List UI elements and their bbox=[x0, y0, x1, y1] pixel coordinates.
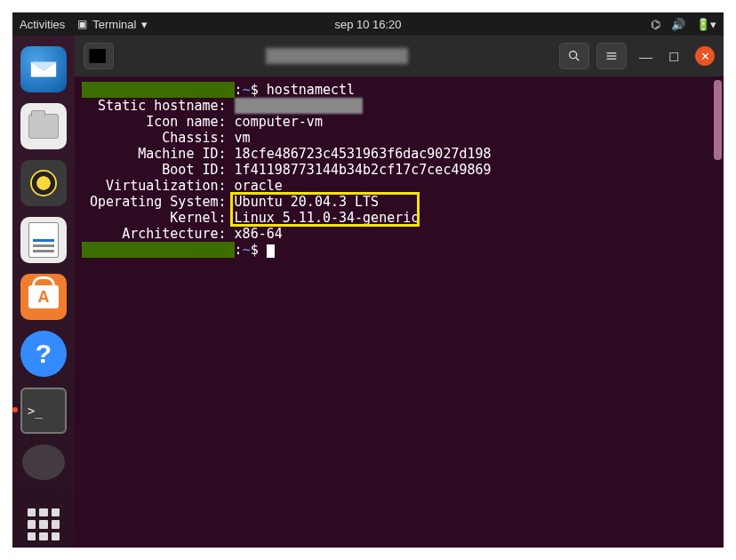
close-button[interactable]: ✕ bbox=[695, 46, 715, 66]
network-icon[interactable]: ⌬ bbox=[651, 18, 660, 31]
terminal-icon: ▣ bbox=[77, 18, 87, 30]
clock[interactable]: sep 10 16:20 bbox=[334, 18, 401, 31]
dock-help[interactable]: ? bbox=[20, 331, 67, 377]
battery-icon[interactable]: 🔋▾ bbox=[696, 18, 716, 31]
app-menu-label: Terminal bbox=[92, 18, 136, 31]
show-applications-button[interactable] bbox=[20, 501, 67, 548]
terminal-output[interactable]: xxxxxxxxxxxxxxxxxxx:~$ hostnamectl Stati… bbox=[75, 76, 724, 548]
dock-ubuntu-software[interactable] bbox=[20, 274, 67, 320]
minimize-button[interactable]: — bbox=[639, 49, 652, 64]
svg-rect-0 bbox=[89, 49, 106, 63]
terminal-headerbar: — ◻ ✕ bbox=[75, 36, 724, 76]
scrollbar[interactable] bbox=[714, 80, 722, 160]
dock-rhythmbox[interactable] bbox=[20, 160, 67, 206]
maximize-button[interactable]: ◻ bbox=[668, 48, 679, 64]
volume-icon[interactable]: 🔊 bbox=[671, 18, 685, 31]
hamburger-menu-button[interactable] bbox=[596, 43, 627, 69]
chevron-down-icon: ▾ bbox=[141, 18, 148, 31]
dock-thunderbird[interactable] bbox=[20, 46, 67, 92]
terminal-window: — ◻ ✕ xxxxxxxxxxxxxxxxxxx:~$ hostnamectl… bbox=[75, 36, 724, 548]
dock: ? >_ bbox=[12, 36, 75, 548]
svg-point-3 bbox=[570, 52, 577, 59]
dock-screenshot[interactable] bbox=[22, 444, 65, 480]
search-button[interactable] bbox=[559, 43, 589, 69]
gnome-top-bar: Activities ▣ Terminal ▾ sep 10 16:20 ⌬ 🔊… bbox=[12, 12, 724, 36]
running-indicator bbox=[12, 407, 18, 412]
dock-files[interactable] bbox=[20, 103, 67, 149]
activities-button[interactable]: Activities bbox=[20, 18, 65, 31]
dock-libreoffice-writer[interactable] bbox=[20, 217, 67, 263]
dock-terminal[interactable]: >_ bbox=[20, 388, 67, 434]
app-menu[interactable]: ▣ Terminal ▾ bbox=[77, 18, 148, 31]
svg-line-4 bbox=[576, 58, 579, 60]
terminal-title bbox=[266, 48, 408, 64]
new-tab-button[interactable] bbox=[84, 43, 114, 69]
